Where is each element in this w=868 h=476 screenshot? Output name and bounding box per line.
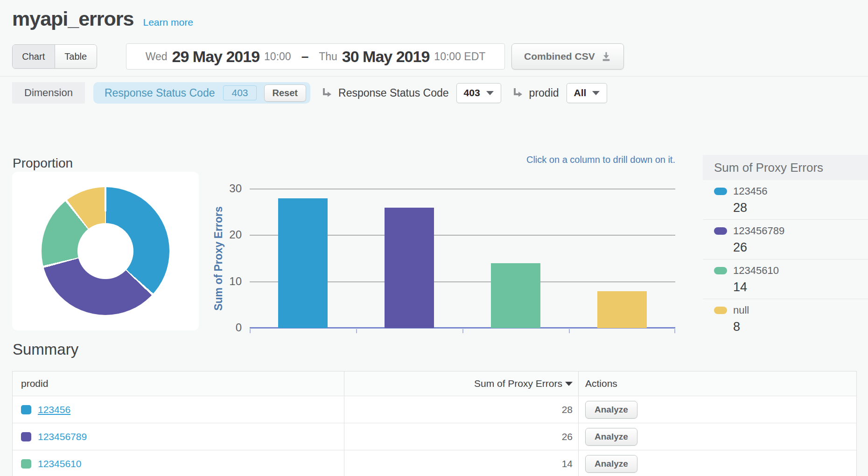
row-swatch xyxy=(21,432,31,441)
table-body: 12345628Analyze12345678926Analyze1234561… xyxy=(13,396,856,476)
end-day: Thu xyxy=(319,50,337,63)
combined-csv-label: Combined CSV xyxy=(524,51,595,62)
analyze-button[interactable]: Analyze xyxy=(585,428,637,446)
x-axis-tick xyxy=(462,329,463,333)
prodid-link[interactable]: 123456 xyxy=(38,404,70,415)
col-header-actions: Actions xyxy=(578,371,856,396)
y-axis-tick-labels: 0102030 xyxy=(201,189,242,328)
chevron-down-icon xyxy=(486,91,494,95)
bar-column-123456[interactable] xyxy=(278,198,328,328)
combined-csv-button[interactable]: Combined CSV xyxy=(511,43,624,70)
donut-hole xyxy=(77,223,133,279)
page-title: myapi_errors xyxy=(12,7,134,30)
legend-value: 26 xyxy=(733,240,868,255)
prodid-link[interactable]: 12345610 xyxy=(38,458,81,469)
summary-table: prodid Sum of Proxy Errors Actions 12345… xyxy=(12,371,857,476)
legend-swatch xyxy=(714,267,727,274)
analyze-button[interactable]: Analyze xyxy=(585,455,637,473)
active-filter-value: 403 xyxy=(223,85,256,100)
table-row: 12345678926Analyze xyxy=(13,423,856,450)
prodid-link[interactable]: 123456789 xyxy=(38,431,87,442)
bar-column-null[interactable] xyxy=(597,291,647,328)
gridline xyxy=(250,189,675,189)
divider xyxy=(0,76,868,77)
drilldown-1-value: 403 xyxy=(464,87,480,98)
end-time: 10:00 EDT xyxy=(434,50,485,63)
x-axis-tick xyxy=(674,329,675,333)
drilldown-1-label: Response Status Code xyxy=(338,87,449,99)
active-filter-name: Response Status Code xyxy=(105,87,215,99)
row-swatch xyxy=(21,459,31,469)
legend-swatch xyxy=(714,307,727,314)
legend-label: null xyxy=(733,304,749,316)
legend-item: 12345678926 xyxy=(703,220,868,259)
y-tick-label: 30 xyxy=(201,182,242,195)
x-axis-tick xyxy=(569,329,570,333)
sort-desc-icon xyxy=(565,382,573,386)
drilldown-arrow-icon xyxy=(511,87,524,99)
legend-value: 14 xyxy=(733,280,868,294)
legend-value: 8 xyxy=(733,320,868,334)
legend-item: 1234561014 xyxy=(703,259,868,299)
sum-value: 26 xyxy=(562,431,573,442)
date-separator: – xyxy=(301,49,309,64)
view-toggle: Chart Table xyxy=(12,44,97,69)
active-filter: Response Status Code 403 Reset xyxy=(93,82,310,104)
tab-table[interactable]: Table xyxy=(55,45,97,68)
y-tick-label: 0 xyxy=(201,321,242,334)
col-header-sum[interactable]: Sum of Proxy Errors xyxy=(344,371,578,396)
legend-item: null8 xyxy=(703,299,868,338)
table-row: 12345628Analyze xyxy=(13,396,856,423)
legend-panel: Sum of Proxy Errors 12345628123456789261… xyxy=(703,155,868,338)
table-row: 1234561014Analyze xyxy=(13,450,856,476)
legend-label: 123456 xyxy=(733,185,767,197)
summary-title: Summary xyxy=(13,341,78,358)
start-time: 10:00 xyxy=(264,50,291,63)
date-range-picker[interactable]: Wed 29 May 2019 10:00 – Thu 30 May 2019 … xyxy=(126,43,505,70)
drilldown-2-label: prodid xyxy=(529,87,559,99)
donut-chart[interactable] xyxy=(42,187,169,315)
report-page: myapi_errors Learn more Chart Table Wed … xyxy=(0,0,868,476)
bar-column-123456789[interactable] xyxy=(385,208,434,328)
legend-swatch xyxy=(714,188,727,195)
bar-column-12345610[interactable] xyxy=(491,263,540,328)
chevron-down-icon xyxy=(592,91,600,95)
start-date: 29 May 2019 xyxy=(172,48,260,66)
y-tick-label: 20 xyxy=(201,228,242,241)
drilldown-2-value: All xyxy=(574,87,587,98)
row-swatch xyxy=(21,405,31,414)
x-axis-tick xyxy=(250,329,251,333)
dimension-label: Dimension xyxy=(12,82,85,104)
table-header-row: prodid Sum of Proxy Errors Actions xyxy=(13,371,856,396)
proportion-card xyxy=(12,172,199,330)
learn-more-link[interactable]: Learn more xyxy=(143,17,193,28)
legend-items: 12345628123456789261234561014null8 xyxy=(703,180,868,338)
x-axis-tick xyxy=(356,329,357,333)
download-icon xyxy=(601,51,611,62)
bar-chart xyxy=(250,189,675,328)
legend-item: 12345628 xyxy=(703,180,868,220)
col-header-prodid: prodid xyxy=(13,371,344,396)
tab-chart[interactable]: Chart xyxy=(13,45,55,68)
drilldown-1-select[interactable]: 403 xyxy=(456,83,501,103)
y-tick-label: 10 xyxy=(201,275,242,288)
analyze-button[interactable]: Analyze xyxy=(585,401,637,419)
legend-swatch xyxy=(714,227,727,235)
drilldown-hint: Click on a column to drill down on it. xyxy=(250,154,675,165)
col-header-sum-label: Sum of Proxy Errors xyxy=(474,378,562,389)
legend-value: 28 xyxy=(733,201,868,215)
drilldown-2-select[interactable]: All xyxy=(567,83,608,103)
drilldown-arrow-icon xyxy=(321,87,333,99)
reset-button[interactable]: Reset xyxy=(264,84,306,102)
start-day: Wed xyxy=(146,50,168,63)
header: myapi_errors Learn more xyxy=(12,7,193,30)
legend-label: 12345610 xyxy=(733,265,779,277)
filter-bar: Dimension Response Status Code 403 Reset… xyxy=(12,82,607,104)
sum-value: 28 xyxy=(562,404,573,415)
end-date: 30 May 2019 xyxy=(342,48,430,66)
legend-title: Sum of Proxy Errors xyxy=(703,155,868,180)
legend-label: 123456789 xyxy=(733,225,784,237)
proportion-title: Proportion xyxy=(13,156,73,171)
sum-value: 14 xyxy=(562,458,573,469)
